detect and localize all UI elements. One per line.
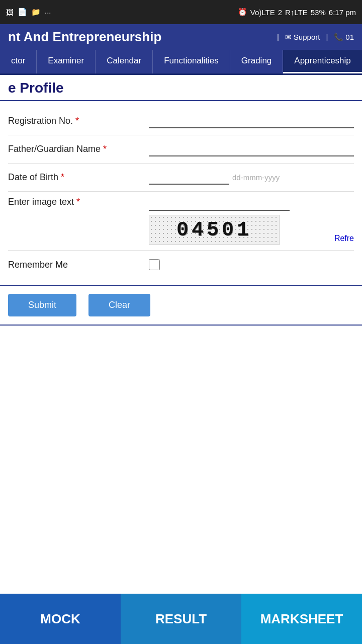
mock-button[interactable]: MOCK bbox=[0, 594, 121, 644]
registration-input[interactable] bbox=[149, 114, 354, 128]
father-row: Father/Guardian Name * bbox=[8, 135, 354, 164]
captcha-label: Enter image text * bbox=[8, 197, 149, 207]
captcha-input-wrap: 04501 bbox=[149, 197, 328, 245]
support-label: Support bbox=[294, 33, 320, 41]
phone-link[interactable]: 📞 01 bbox=[334, 33, 354, 42]
nav-tabs: ctor Examiner Calendar Functionalities G… bbox=[0, 50, 362, 75]
tab-ctor[interactable]: ctor bbox=[0, 50, 37, 73]
sim-icon: 2 bbox=[278, 8, 282, 17]
phone-label: 01 bbox=[345, 33, 354, 41]
page-title-bar: e Profile bbox=[0, 75, 362, 101]
tab-examiner[interactable]: Examiner bbox=[37, 50, 96, 73]
remember-checkbox[interactable] bbox=[149, 259, 160, 270]
more-icon: ··· bbox=[45, 8, 51, 17]
registration-row: Registration No. * bbox=[8, 107, 354, 135]
captcha-image: 04501 bbox=[149, 215, 280, 245]
header: nt And Entrepreneurship | ✉ Support | 📞 … bbox=[0, 24, 362, 50]
file-icon-1: 🖼 bbox=[6, 8, 14, 17]
required-star3: * bbox=[61, 172, 64, 182]
bottom-bar: MOCK RESULT MARKSHEET bbox=[0, 594, 362, 644]
refresh-link[interactable]: Refre bbox=[334, 234, 354, 245]
clear-button[interactable]: Clear bbox=[88, 294, 150, 316]
battery-icon: 53% bbox=[311, 8, 326, 17]
mail-icon: ✉ bbox=[285, 33, 292, 42]
separator2: | bbox=[326, 33, 328, 41]
app-title: nt And Entrepreneurship bbox=[8, 29, 161, 45]
result-button[interactable]: RESULT bbox=[121, 594, 241, 644]
required-star2: * bbox=[103, 144, 107, 154]
support-link[interactable]: ✉ Support bbox=[285, 33, 320, 42]
captcha-row: Enter image text * 04501 Refre bbox=[8, 192, 354, 251]
remember-row: Remember Me bbox=[8, 251, 354, 279]
captcha-input[interactable] bbox=[149, 197, 290, 211]
lte-icon: R↑LTE bbox=[285, 8, 308, 17]
dob-label: Date of Birth * bbox=[8, 172, 149, 183]
father-input[interactable] bbox=[149, 142, 354, 156]
father-label: Father/Guardian Name * bbox=[8, 144, 149, 154]
status-bar: 🖼 📄 📁 ··· ⏰ Vo)LTE 2 R↑LTE 53% 6:17 pm bbox=[0, 0, 362, 24]
page-title: e Profile bbox=[8, 80, 354, 96]
tab-calendar[interactable]: Calendar bbox=[96, 50, 153, 73]
required-star: * bbox=[75, 116, 79, 126]
separator: | bbox=[277, 33, 279, 41]
header-contact: | ✉ Support | 📞 01 bbox=[277, 33, 354, 42]
dob-input[interactable] bbox=[149, 171, 229, 185]
submit-button[interactable]: Submit bbox=[8, 294, 76, 316]
time: 6:17 pm bbox=[329, 8, 356, 17]
phone-icon: 📞 bbox=[334, 33, 343, 42]
dob-placeholder: dd-mmm-yyyy bbox=[232, 173, 280, 182]
status-left-icons: 🖼 📄 📁 ··· bbox=[6, 8, 51, 17]
required-star4: * bbox=[76, 197, 80, 207]
tab-apprenticeship[interactable]: Apprenticeship bbox=[283, 50, 362, 73]
tab-functionalities[interactable]: Functionalities bbox=[153, 50, 230, 73]
remember-label: Remember Me bbox=[8, 260, 149, 270]
content-area bbox=[0, 326, 362, 602]
registration-label: Registration No. * bbox=[8, 116, 149, 126]
file-icon-3: 📁 bbox=[31, 8, 41, 17]
captcha-text: 04501 bbox=[176, 219, 252, 242]
tab-grading[interactable]: Grading bbox=[230, 50, 283, 73]
buttons-row: Submit Clear bbox=[0, 286, 362, 326]
alarm-icon: ⏰ bbox=[238, 8, 247, 17]
file-icon-2: 📄 bbox=[18, 8, 27, 17]
dob-input-wrap: dd-mmm-yyyy bbox=[149, 171, 354, 185]
signal-icon: Vo)LTE bbox=[250, 8, 275, 17]
status-right-icons: ⏰ Vo)LTE 2 R↑LTE 53% 6:17 pm bbox=[238, 8, 356, 17]
marksheet-button[interactable]: MARKSHEET bbox=[241, 594, 362, 644]
form-container: Registration No. * Father/Guardian Name … bbox=[0, 101, 362, 286]
dob-row: Date of Birth * dd-mmm-yyyy bbox=[8, 164, 354, 192]
